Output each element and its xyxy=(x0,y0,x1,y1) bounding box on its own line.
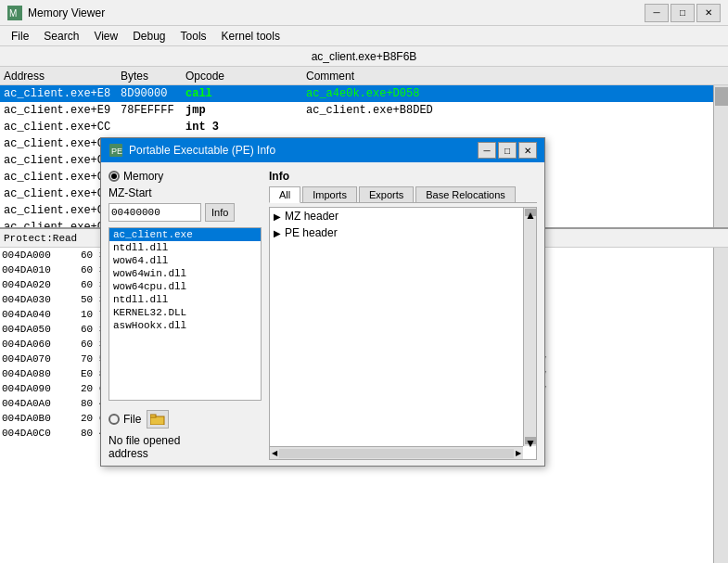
radio-group: Memory MZ-Start Info xyxy=(109,170,262,222)
row-opcode: call xyxy=(185,87,306,100)
tree-label-mz: MZ header xyxy=(285,210,338,223)
col-header-comment: Comment xyxy=(306,70,728,83)
address-display: ac_client.exe+B8F6B xyxy=(312,50,417,63)
col-header-opcode: Opcode xyxy=(185,70,306,83)
window-title: Memory Viewer xyxy=(28,6,645,19)
list-item[interactable]: wow64.dll xyxy=(109,254,261,267)
tree-area: ▶ MZ header ▶ PE header ▲ ▼ ◀ xyxy=(269,207,537,460)
table-row[interactable]: ac_client.exe+E9 78FEFFFF jmp ac_client.… xyxy=(0,102,728,119)
list-item[interactable]: ntdll.dll xyxy=(109,293,261,306)
scroll-thumb[interactable] xyxy=(715,87,728,106)
no-file-label: No file opened address xyxy=(109,434,262,460)
tree-vscroll-down[interactable]: ▼ xyxy=(525,437,536,444)
list-item[interactable]: KERNEL32.DLL xyxy=(109,306,261,319)
list-item[interactable]: wow64win.dll xyxy=(109,267,261,280)
svg-rect-5 xyxy=(150,415,156,417)
row-address: ac_client.exe+CC xyxy=(0,121,121,134)
menu-view[interactable]: View xyxy=(86,28,125,45)
disasm-scrollbar[interactable] xyxy=(713,85,728,227)
row-bytes: 8D90000 xyxy=(121,87,185,100)
tree-item-mz-header[interactable]: ▶ MZ header xyxy=(270,208,536,224)
radio-memory[interactable]: Memory xyxy=(109,170,262,183)
dialog-maximize-button[interactable]: □ xyxy=(498,142,517,159)
tree-vscrollbar[interactable]: ▲ ▼ xyxy=(523,208,536,446)
menu-file[interactable]: File xyxy=(4,28,36,45)
close-button[interactable]: ✕ xyxy=(696,4,721,22)
tree-label-pe: PE header xyxy=(285,226,338,239)
dialog-body: Memory MZ-Start Info ac_client.exe ntdll… xyxy=(101,162,544,467)
maximize-button[interactable]: □ xyxy=(671,4,695,22)
mz-start-label: MZ-Start xyxy=(109,186,262,199)
list-item[interactable]: aswHookx.dll xyxy=(109,319,261,332)
row-opcode: int 3 xyxy=(185,121,306,134)
row-comment: ac_a4e0k.exe+D058 xyxy=(306,87,728,100)
dialog-right-panel: Info All Imports Exports Base Relocation… xyxy=(269,170,537,460)
tree-item-pe-header[interactable]: ▶ PE header xyxy=(270,224,536,241)
row-bytes: 78FEFFFF xyxy=(121,104,185,117)
col-header-address: Address xyxy=(0,70,121,83)
h-scroll-track xyxy=(279,449,514,458)
row-address: ac_client.exe+E9 xyxy=(0,104,121,117)
tree-vscroll-up[interactable]: ▲ xyxy=(525,209,536,216)
list-item[interactable]: wow64cpu.dll xyxy=(109,280,261,293)
table-header: Address Bytes Opcode Comment xyxy=(0,67,728,85)
data-scrollbar[interactable] xyxy=(713,248,728,563)
tree-arrow-pe: ▶ xyxy=(274,228,281,238)
address-input-row: Info xyxy=(109,203,262,222)
info-section-label: Info xyxy=(269,170,537,183)
row-address: ac_client.exe+E8 xyxy=(0,87,121,100)
radio-memory-dot xyxy=(109,171,120,182)
tab-all[interactable]: All xyxy=(269,186,300,203)
window-controls: ─ □ ✕ xyxy=(645,4,721,22)
menu-tools[interactable]: Tools xyxy=(173,28,214,45)
menu-debug[interactable]: Debug xyxy=(125,28,172,45)
menu-search[interactable]: Search xyxy=(36,28,86,45)
registers-text: Protect:Read xyxy=(4,233,77,244)
row-comment: ac_client.exe+B8DED xyxy=(306,104,728,117)
dialog-minimize-button[interactable]: ─ xyxy=(478,142,496,159)
folder-button[interactable] xyxy=(147,410,169,429)
col-header-bytes: Bytes xyxy=(121,70,185,83)
tree-hscrollbar[interactable]: ◀ ▶ xyxy=(270,446,523,459)
address-input[interactable] xyxy=(109,203,201,222)
dialog-left-panel: Memory MZ-Start Info ac_client.exe ntdll… xyxy=(109,170,262,460)
row-opcode: jmp xyxy=(185,104,306,117)
pe-info-dialog: PE Portable Executable (PE) Info ─ □ ✕ M… xyxy=(100,137,545,467)
h-scroll-right-arrow[interactable]: ▶ xyxy=(514,449,523,457)
svg-text:PE: PE xyxy=(111,147,122,156)
app-icon: M xyxy=(7,6,22,20)
dialog-title-text: Portable Executable (PE) Info xyxy=(129,144,478,157)
tree-arrow-mz: ▶ xyxy=(274,211,281,222)
module-list[interactable]: ac_client.exe ntdll.dll wow64.dll wow64w… xyxy=(109,227,262,401)
radio-file-label: File xyxy=(123,413,141,426)
dialog-title-bar: PE Portable Executable (PE) Info ─ □ ✕ xyxy=(101,138,544,162)
table-row[interactable]: ac_client.exe+CC int 3 xyxy=(0,119,728,135)
svg-text:M: M xyxy=(9,8,17,19)
dialog-title-controls: ─ □ ✕ xyxy=(478,142,537,159)
list-item[interactable]: ac_client.exe xyxy=(109,228,261,241)
title-bar: M Memory Viewer ─ □ ✕ xyxy=(0,0,728,26)
minimize-button[interactable]: ─ xyxy=(645,4,669,22)
address-bar: ac_client.exe+B8F6B xyxy=(0,46,728,67)
radio-file-dot xyxy=(109,414,120,425)
tab-exports[interactable]: Exports xyxy=(359,186,414,202)
menu-kernel-tools[interactable]: Kernel tools xyxy=(214,28,287,45)
dialog-icon: PE xyxy=(109,143,123,158)
dialog-close-button[interactable]: ✕ xyxy=(518,142,537,159)
info-button[interactable]: Info xyxy=(205,203,235,222)
radio-file[interactable]: File xyxy=(109,413,141,426)
tab-bar: All Imports Exports Base Relocations xyxy=(269,186,537,203)
tab-imports[interactable]: Imports xyxy=(302,186,357,202)
h-scroll-left-arrow[interactable]: ◀ xyxy=(270,449,279,457)
menu-bar: File Search View Debug Tools Kernel tool… xyxy=(0,26,728,46)
table-row[interactable]: ac_client.exe+E8 8D90000 call ac_a4e0k.e… xyxy=(0,85,728,102)
file-section: File xyxy=(109,410,262,429)
list-item[interactable]: ntdll.dll xyxy=(109,241,261,254)
tab-base-relocations[interactable]: Base Relocations xyxy=(415,186,516,202)
radio-memory-label: Memory xyxy=(123,170,163,183)
